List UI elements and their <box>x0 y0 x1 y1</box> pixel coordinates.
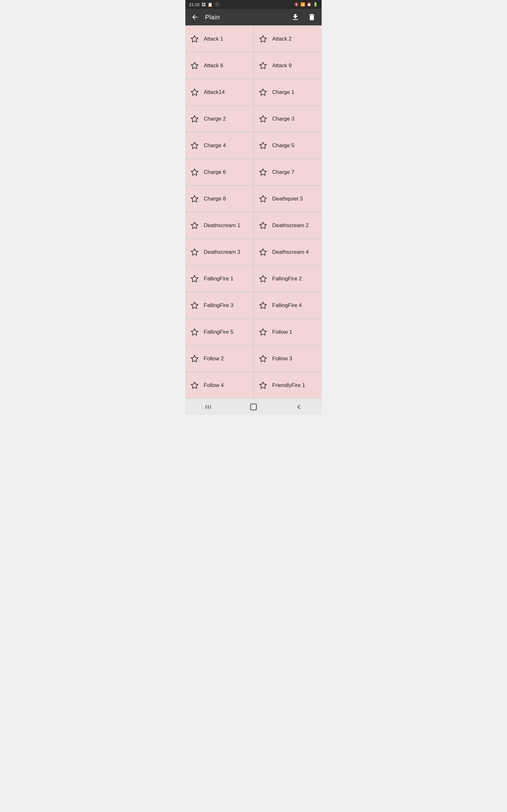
item-label: Charge 8 <box>204 196 226 202</box>
star-icon <box>190 115 199 123</box>
item-label: Follow 3 <box>272 356 292 362</box>
item-label: Follow 4 <box>204 382 224 389</box>
item-label: FallingFire 1 <box>204 275 233 282</box>
nav-back-button[interactable] <box>288 399 309 415</box>
list-item[interactable]: FallingFire 4 <box>254 293 322 318</box>
item-label: Charge 1 <box>272 89 294 96</box>
star-icon <box>190 248 199 256</box>
list-item[interactable]: FallingFire 2 <box>254 266 322 292</box>
nav-menu-button[interactable] <box>198 399 219 415</box>
star-icon <box>259 88 267 96</box>
star-icon <box>259 142 267 150</box>
list-item[interactable]: FallingFire 3 <box>185 293 253 318</box>
alarm-icon: ⏰ <box>307 2 312 7</box>
star-icon <box>190 88 199 96</box>
star-icon <box>259 328 267 336</box>
list-item[interactable]: Charge 8 <box>185 186 253 212</box>
svg-rect-3 <box>250 404 257 410</box>
list-item[interactable]: Deathscream 4 <box>254 239 322 265</box>
status-bar-left: 21:10 🖼 📋 ⚫ <box>189 2 220 7</box>
download-button[interactable] <box>290 12 301 22</box>
list-item[interactable]: FallingFire 1 <box>185 266 253 292</box>
list-item[interactable]: Attack 2 <box>254 26 322 52</box>
list-item[interactable]: Follow 2 <box>185 346 253 372</box>
list-item[interactable]: Follow 1 <box>254 319 322 345</box>
item-label: Attack 2 <box>272 36 291 42</box>
page-title: Plain <box>205 14 220 21</box>
list-item[interactable]: Attack14 <box>185 79 253 105</box>
mute-icon: 🔇 <box>294 2 299 7</box>
item-label: Charge 4 <box>204 142 226 149</box>
star-icon <box>259 35 267 43</box>
list-item[interactable]: Deathscream 1 <box>185 212 253 239</box>
svg-rect-2 <box>210 405 210 409</box>
star-icon <box>259 355 267 363</box>
list-item[interactable]: Charge 7 <box>254 159 322 185</box>
item-label: Charge 6 <box>204 169 226 175</box>
list-item[interactable]: Follow 3 <box>254 346 322 372</box>
list-item[interactable]: Charge 3 <box>254 106 322 132</box>
star-icon <box>190 328 199 336</box>
star-icon <box>259 195 267 203</box>
item-label: Attack 9 <box>272 62 291 69</box>
nav-bar <box>185 398 322 415</box>
list-item[interactable]: FallingFire 5 <box>185 319 253 345</box>
item-label: FallingFire 5 <box>204 329 233 335</box>
delete-button[interactable] <box>306 12 317 22</box>
record-icon: ⚫ <box>215 2 220 7</box>
photo-icon: 🖼 <box>202 2 206 7</box>
item-label: FallingFire 4 <box>272 302 302 309</box>
item-label: Follow 2 <box>204 356 224 362</box>
list-item[interactable]: Deathscream 3 <box>185 239 253 265</box>
back-button[interactable] <box>190 12 200 22</box>
back-icon <box>191 13 199 21</box>
star-icon <box>259 275 267 283</box>
nav-back-icon <box>294 403 303 411</box>
list-item[interactable]: Attack 6 <box>185 53 253 79</box>
star-icon <box>259 61 267 70</box>
star-icon <box>190 61 199 70</box>
nav-menu-icon <box>204 403 213 411</box>
star-icon <box>190 355 199 363</box>
item-label: Attack 1 <box>204 36 223 42</box>
star-icon <box>259 248 267 256</box>
delete-icon <box>308 13 316 21</box>
item-label: Attack14 <box>204 89 225 96</box>
item-label: Charge 3 <box>272 116 294 122</box>
list-item[interactable]: Charge 4 <box>185 133 253 159</box>
list-item[interactable]: FriendlyFire 1 <box>254 372 322 398</box>
list-item[interactable]: Deathscream 2 <box>254 212 322 239</box>
list-item[interactable]: Charge 5 <box>254 133 322 159</box>
item-label: Deathscream 1 <box>204 222 240 229</box>
item-label: Follow 1 <box>272 329 292 335</box>
star-icon <box>259 221 267 230</box>
status-time: 21:10 <box>189 2 200 7</box>
item-label: FallingFire 3 <box>204 302 233 309</box>
item-label: Charge 2 <box>204 116 226 122</box>
item-label: Charge 5 <box>272 142 294 149</box>
list-item[interactable]: Charge 2 <box>185 106 253 132</box>
app-bar-actions <box>290 12 317 22</box>
item-label: Deathquiet 3 <box>272 196 302 202</box>
app-bar-left: Plain <box>190 12 220 22</box>
star-icon <box>190 381 199 390</box>
item-label: Charge 7 <box>272 169 294 175</box>
star-icon <box>259 115 267 123</box>
item-label: FriendlyFire 1 <box>272 382 305 389</box>
download-icon <box>291 13 299 21</box>
nav-home-button[interactable] <box>243 399 264 415</box>
star-icon <box>190 301 199 310</box>
nav-home-icon <box>249 403 258 411</box>
item-label: Deathscream 2 <box>272 222 308 229</box>
status-bar-right: 🔇 📶 ⏰ 🔋 <box>294 2 318 7</box>
wifi-icon: 📶 <box>300 2 305 7</box>
list-item[interactable]: Charge 1 <box>254 79 322 105</box>
list-item[interactable]: Follow 4 <box>185 372 253 398</box>
battery-icon: 🔋 <box>313 2 318 7</box>
list-item[interactable]: Attack 1 <box>185 26 253 52</box>
list-item[interactable]: Charge 6 <box>185 159 253 185</box>
star-icon <box>190 168 199 176</box>
list-item[interactable]: Attack 9 <box>254 53 322 79</box>
list-item[interactable]: Deathquiet 3 <box>254 186 322 212</box>
star-icon <box>259 168 267 176</box>
